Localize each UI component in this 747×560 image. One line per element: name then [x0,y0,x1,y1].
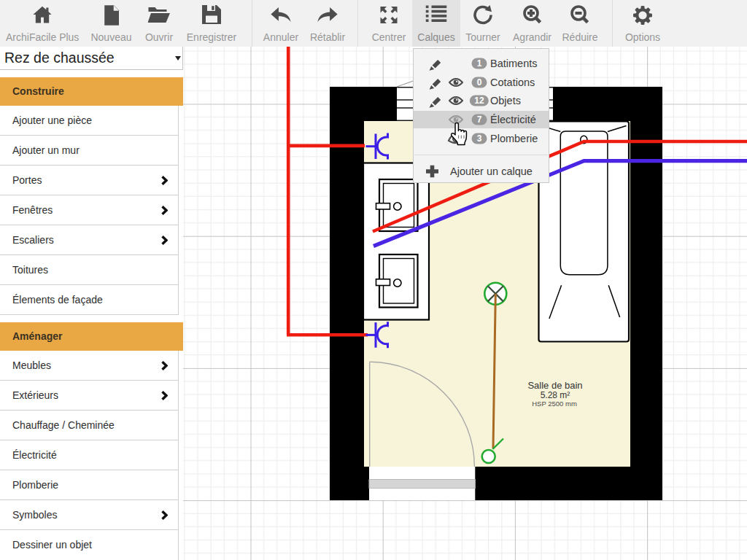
svg-text:HSP 2500 mm: HSP 2500 mm [532,400,577,408]
svg-text:Salle de bain: Salle de bain [527,380,582,391]
svg-text:5.28 m²: 5.28 m² [541,390,570,400]
